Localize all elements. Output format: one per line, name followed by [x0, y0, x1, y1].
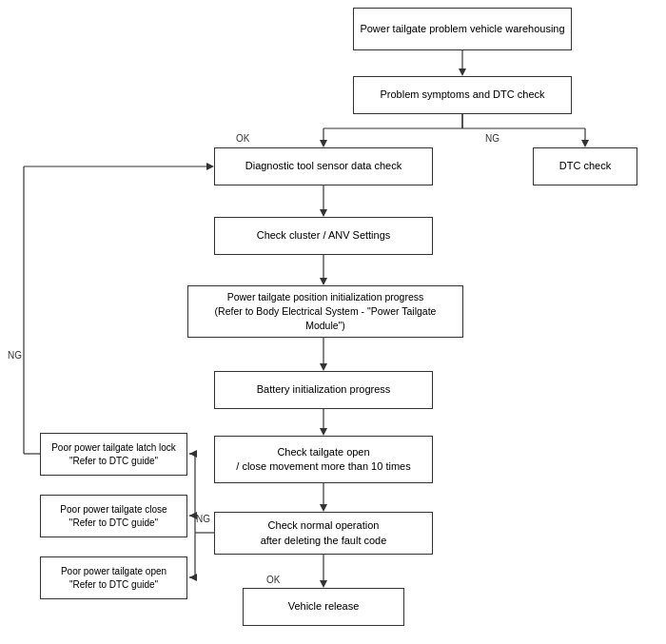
- box-battery-init: Battery initialization progress: [214, 371, 433, 409]
- box-vehicle-release: Vehicle release: [243, 588, 404, 626]
- svg-marker-9: [581, 140, 589, 147]
- box-tailgate-position-init: Power tailgate position initialization p…: [187, 285, 463, 338]
- box-start: Power tailgate problem vehicle warehousi…: [353, 8, 572, 50]
- label-ok2: OK: [266, 575, 280, 585]
- box-problem-symptoms: Problem symptoms and DTC check: [353, 76, 572, 114]
- box-check-tailgate-open-close: Check tailgate open / close movement mor…: [214, 436, 433, 483]
- label-ng3: NG: [196, 514, 210, 524]
- label-ok1: OK: [236, 133, 249, 144]
- svg-marker-30: [189, 574, 197, 581]
- svg-marker-21: [320, 580, 327, 588]
- svg-marker-11: [320, 209, 327, 217]
- svg-marker-25: [189, 450, 197, 458]
- box-dtc-check: DTC check: [533, 147, 637, 185]
- svg-marker-17: [320, 428, 327, 436]
- box-poor-open: Poor power tailgate open "Refer to DTC g…: [40, 556, 187, 599]
- svg-marker-15: [320, 363, 327, 371]
- svg-marker-13: [320, 278, 327, 285]
- flowchart-diagram: Power tailgate problem vehicle warehousi…: [0, 0, 666, 644]
- svg-marker-34: [206, 163, 214, 170]
- box-diagnostic-tool: Diagnostic tool sensor data check: [214, 147, 433, 185]
- svg-marker-1: [459, 68, 466, 76]
- label-ng1: NG: [485, 133, 500, 144]
- box-check-cluster: Check cluster / ANV Settings: [214, 217, 433, 255]
- svg-marker-5: [320, 140, 327, 147]
- box-poor-close: Poor power tailgate close "Refer to DTC …: [40, 495, 187, 537]
- svg-marker-19: [320, 504, 327, 512]
- label-ng2: NG: [8, 350, 22, 361]
- box-poor-latch-lock: Poor power tailgate latch lock "Refer to…: [40, 433, 187, 476]
- box-check-normal-operation: Check normal operation after deleting th…: [214, 512, 433, 555]
